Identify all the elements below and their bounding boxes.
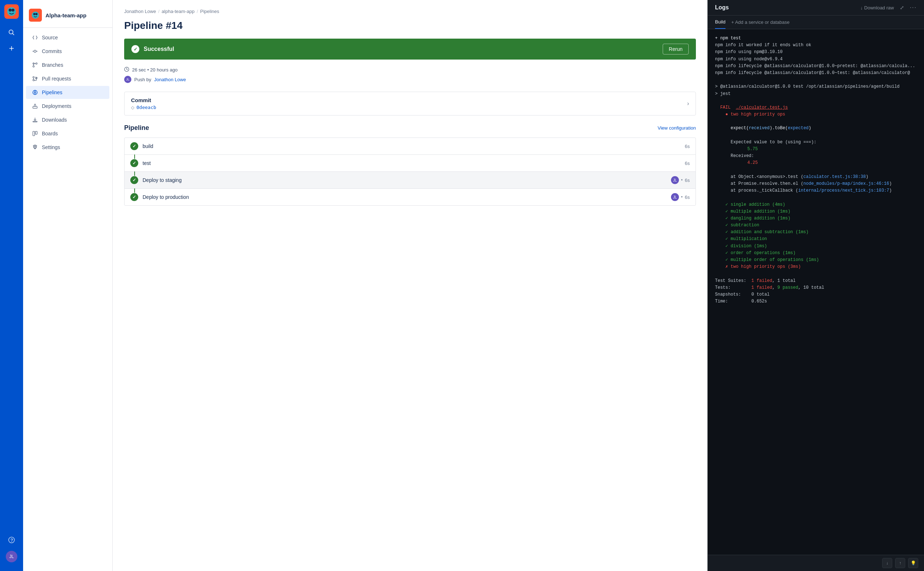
log-line: [715, 167, 917, 174]
log-line: ✓ single addition (4ms): [715, 201, 917, 208]
commits-icon: [32, 48, 38, 54]
sidebar-item-commits[interactable]: Commits: [26, 45, 110, 58]
pull-requests-icon: [32, 76, 38, 82]
meta-duration: 26 sec • 20 hours ago: [132, 67, 177, 73]
log-line: ✓ order of operations (1ms): [715, 250, 917, 257]
log-line: [715, 97, 917, 104]
sidebar-label-downloads: Downloads: [42, 117, 67, 123]
step-connector-staging: [134, 188, 135, 193]
sidebar-item-boards[interactable]: Boards: [26, 127, 110, 140]
svg-point-2: [9, 9, 12, 12]
sidebar-label-pull-requests: Pull requests: [42, 76, 71, 82]
add-service-label[interactable]: + Add a service or database: [731, 16, 790, 29]
author-avatar: JL: [124, 76, 131, 83]
log-line: [715, 77, 917, 83]
scroll-down-button[interactable]: ↓: [882, 558, 892, 568]
rerun-button[interactable]: Rerun: [663, 44, 689, 54]
ellipsis-icon: ···: [910, 4, 917, 11]
log-line: npm info it worked if it ends with ok: [715, 42, 917, 49]
breadcrumb-pipelines[interactable]: Pipelines: [201, 9, 219, 14]
add-icon-btn[interactable]: [5, 42, 18, 55]
svg-point-11: [33, 13, 35, 15]
step-connector-build: [134, 154, 135, 159]
breadcrumb-user[interactable]: Jonathon Lowe: [124, 9, 156, 14]
step-check-icon-production: [130, 193, 138, 201]
more-options-button[interactable]: ···: [910, 4, 917, 11]
sidebar-item-pull-requests[interactable]: Pull requests: [26, 72, 110, 85]
pipeline-step-build[interactable]: build 6s: [124, 137, 696, 154]
sidebar-app-name: Alpha-team-app: [45, 12, 86, 19]
logs-content[interactable]: + npm test npm info it worked if it ends…: [708, 29, 924, 555]
svg-rect-31: [33, 131, 35, 136]
sidebar-item-downloads[interactable]: Downloads: [26, 113, 110, 127]
log-line: > @atlassian/calculator@1.0.0 test /opt/…: [715, 83, 917, 90]
svg-point-21: [33, 79, 34, 81]
log-line: ✓ dangling addition (1ms): [715, 215, 917, 222]
step-check-icon-build: [130, 142, 138, 150]
step-check-icon-staging: [130, 176, 138, 184]
sidebar-item-source[interactable]: Source: [26, 31, 110, 44]
settings-icon: [32, 144, 38, 151]
logs-footer: ↓ ↑ 💡: [708, 555, 924, 571]
pipeline-step-production[interactable]: Deploy to production JL • 6s: [124, 188, 696, 206]
sidebar-item-deployments[interactable]: Deployments: [26, 100, 110, 113]
tab-build[interactable]: Build: [715, 15, 725, 29]
pipeline-step-test[interactable]: test 6s: [124, 154, 696, 171]
step-time-build: 6s: [685, 144, 690, 149]
app-icon[interactable]: [4, 4, 19, 19]
log-line: npm info lifecycle @atlassian/calculator…: [715, 63, 917, 69]
svg-point-20: [33, 77, 34, 78]
sidebar-label-boards: Boards: [42, 131, 58, 136]
log-line: at Object.<anonymous>.test (calculator.t…: [715, 174, 917, 181]
logs-actions: ↓ Download raw ⤢ ···: [861, 4, 917, 11]
sidebar-label-settings: Settings: [42, 144, 60, 150]
search-icon-btn[interactable]: [5, 26, 18, 39]
main-content: Jonathon Lowe / alpha-team-app / Pipelin…: [113, 0, 707, 571]
svg-rect-28: [33, 106, 37, 108]
step-connector-test: [134, 171, 135, 176]
pipeline-section-header: Pipeline View configuration: [124, 124, 696, 132]
downloads-icon: [32, 117, 38, 123]
sidebar-item-branches[interactable]: Branches: [26, 59, 110, 71]
sidebar-item-pipelines[interactable]: Pipelines: [26, 86, 110, 99]
icon-bar: ? JL: [0, 0, 23, 571]
meta-author-row: JL Push by Jonathon Lowe: [124, 76, 696, 83]
sidebar-item-settings[interactable]: Settings: [26, 141, 110, 154]
svg-point-1: [7, 7, 16, 16]
log-line: [715, 270, 917, 277]
log-line: ✓ multiplication: [715, 236, 917, 242]
commit-diamond-icon: ◇: [131, 105, 134, 110]
commit-hash-link[interactable]: 0deeacb: [136, 105, 156, 110]
log-line: ✗ two high priority ops (3ms): [715, 264, 917, 270]
log-line: ✓ addition and subtraction (1ms): [715, 229, 917, 236]
help-icon-btn[interactable]: ?: [5, 534, 18, 546]
logs-header: Logs ↓ Download raw ⤢ ···: [708, 0, 924, 15]
lightbulb-button[interactable]: 💡: [908, 558, 918, 568]
svg-rect-32: [35, 131, 37, 134]
sidebar-label-source: Source: [42, 35, 58, 40]
breadcrumb: Jonathon Lowe / alpha-team-app / Pipelin…: [124, 9, 696, 14]
source-icon: [32, 34, 38, 41]
meta-author-link[interactable]: Jonathon Lowe: [154, 77, 186, 82]
log-line: + npm test: [715, 35, 917, 42]
log-line: npm info lifecycle @atlassian/calculator…: [715, 69, 917, 77]
pipelines-icon: [32, 89, 38, 96]
user-avatar[interactable]: JL: [6, 551, 17, 562]
scroll-up-button[interactable]: ↑: [895, 558, 905, 568]
log-line: [715, 132, 917, 139]
breadcrumb-repo[interactable]: alpha-team-app: [162, 9, 194, 14]
expand-button[interactable]: ⤢: [900, 5, 904, 11]
sidebar-header: Alpha-team-app: [23, 6, 112, 28]
log-line: ✓ subtraction: [715, 222, 917, 229]
log-line: npm info using npm@3.10.10: [715, 49, 917, 56]
log-line: npm info using node@v6.9.4: [715, 56, 917, 63]
log-line: Expected value to be (using ===):: [715, 139, 917, 146]
status-check-icon: [131, 45, 139, 53]
commit-card[interactable]: Commit ◇ 0deeacb ›: [124, 92, 696, 116]
download-raw-button[interactable]: ↓ Download raw: [861, 5, 894, 11]
view-config-link[interactable]: View configuration: [658, 125, 696, 131]
log-line: at process._tickCallback (internal/proce…: [715, 187, 917, 194]
logs-panel: Logs ↓ Download raw ⤢ ··· Build + Add a …: [707, 0, 924, 571]
pipeline-step-staging[interactable]: Deploy to staging JL • 6s: [124, 171, 696, 188]
status-label: Successful: [143, 46, 174, 52]
